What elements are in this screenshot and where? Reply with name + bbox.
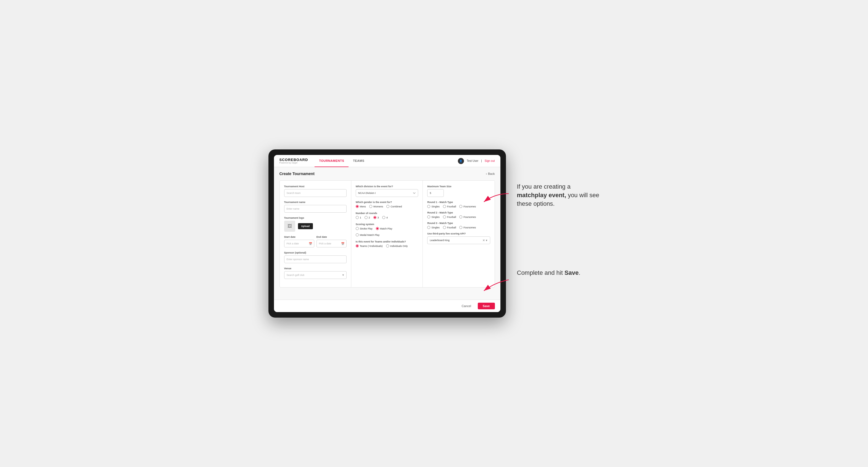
round2-match-type-label: Round 2 - Match Type xyxy=(427,211,490,214)
teams-label: Is this event for Teams and/or Individua… xyxy=(356,240,418,243)
round1-foursomes-option[interactable]: Foursomes xyxy=(459,205,476,208)
round-4-option[interactable]: 4 xyxy=(382,216,388,219)
round3-fourball-radio[interactable] xyxy=(443,226,446,229)
round1-foursomes-radio[interactable] xyxy=(459,205,462,208)
api-tag-remove-icon[interactable]: ✕ ▾ xyxy=(483,239,488,242)
round-4-radio[interactable] xyxy=(382,216,385,219)
scoring-stroke-radio[interactable] xyxy=(356,227,359,230)
gender-radio-group: Mens Womens Combined xyxy=(356,205,418,208)
sign-out-link[interactable]: Sign out xyxy=(485,159,495,162)
round2-foursomes-radio[interactable] xyxy=(459,215,462,218)
teams-individuals-radio[interactable] xyxy=(386,244,389,247)
scoring-medal-option[interactable]: Medal Match Play xyxy=(356,234,380,237)
venue-input[interactable] xyxy=(284,271,347,279)
round3-foursomes-radio[interactable] xyxy=(459,226,462,229)
gender-combined-radio[interactable] xyxy=(386,205,390,208)
round3-foursomes-label: Foursomes xyxy=(463,226,476,229)
gender-combined-option[interactable]: Combined xyxy=(386,205,402,208)
save-button[interactable]: Save xyxy=(478,303,495,309)
annotations-panel: If you are creating a matchplay event, y… xyxy=(517,149,600,277)
logo-placeholder: 🖼 xyxy=(284,221,295,232)
teams-teams-radio[interactable] xyxy=(356,244,359,247)
division-group: Which division is the event for? NCAA Di… xyxy=(356,185,418,197)
round2-singles-radio[interactable] xyxy=(427,215,430,218)
sponsor-label: Sponsor (optional) xyxy=(284,251,347,254)
round1-singles-radio[interactable] xyxy=(427,205,430,208)
round-1-label: 1 xyxy=(360,216,361,219)
user-avatar: 👤 xyxy=(458,158,464,164)
form-footer: Cancel Save xyxy=(274,300,500,312)
round1-singles-option[interactable]: Singles xyxy=(427,205,440,208)
gender-womens-option[interactable]: Womens xyxy=(369,205,383,208)
upload-button[interactable]: Upload xyxy=(298,223,313,229)
teams-radio-group: Teams (+Individuals) Individuals Only xyxy=(356,244,418,247)
tournament-logo-label: Tournament logo xyxy=(284,217,347,219)
gender-mens-radio[interactable] xyxy=(356,205,359,208)
tournament-name-label: Tournament name xyxy=(284,201,347,204)
start-date-label: Start date xyxy=(284,236,314,238)
tournament-host-label: Tournament Host xyxy=(284,185,347,188)
round3-match-type-section: Round 3 - Match Type Singles Fourball xyxy=(427,222,490,229)
tournament-name-input[interactable] xyxy=(284,205,347,213)
scoring-stroke-option[interactable]: Stroke Play xyxy=(356,227,373,230)
rounds-radio-group: 1 2 3 xyxy=(356,216,418,219)
teams-individuals-option[interactable]: Individuals Only xyxy=(386,244,408,247)
top-nav: SCOREBOARD Powered by clippit TOURNAMENT… xyxy=(274,155,500,167)
end-date-input[interactable] xyxy=(316,240,347,247)
scoring-match-radio[interactable] xyxy=(376,227,379,230)
cancel-button[interactable]: Cancel xyxy=(458,303,475,309)
round-3-option[interactable]: 3 xyxy=(373,216,379,219)
start-date-input[interactable] xyxy=(284,240,314,247)
page-header: Create Tournament ‹ Back xyxy=(279,172,495,176)
back-button[interactable]: ‹ Back xyxy=(486,172,495,175)
round2-fourball-option[interactable]: Fourball xyxy=(443,215,456,218)
scoring-match-option[interactable]: Match Play xyxy=(376,227,393,230)
round3-match-type-label: Round 3 - Match Type xyxy=(427,222,490,224)
division-select[interactable]: NCAA Division I xyxy=(356,189,418,197)
tournament-host-input[interactable] xyxy=(284,189,347,197)
end-date-label: End date xyxy=(316,236,347,238)
round1-fourball-option[interactable]: Fourball xyxy=(443,205,456,208)
gender-mens-option[interactable]: Mens xyxy=(356,205,366,208)
teams-teams-option[interactable]: Teams (+Individuals) xyxy=(356,244,383,247)
gender-womens-radio[interactable] xyxy=(369,205,372,208)
max-team-size-input[interactable] xyxy=(427,189,444,197)
gender-womens-label: Womens xyxy=(373,205,383,208)
page-title: Create Tournament xyxy=(279,172,315,176)
brand-title: SCOREBOARD xyxy=(279,158,308,162)
round2-singles-option[interactable]: Singles xyxy=(427,215,440,218)
tablet-screen: SCOREBOARD Powered by clippit TOURNAMENT… xyxy=(274,155,500,312)
round-1-radio[interactable] xyxy=(356,216,359,219)
venue-label: Venue xyxy=(284,267,347,270)
end-date-wrapper: 📅 xyxy=(316,240,347,247)
scoring-group: Scoring system Stroke Play Match Play xyxy=(356,223,418,237)
api-label: Use third-party live scoring API? xyxy=(427,232,490,235)
round2-fourball-radio[interactable] xyxy=(443,215,446,218)
scoring-medal-radio[interactable] xyxy=(356,234,359,237)
rounds-group: Number of rounds 1 2 xyxy=(356,212,418,219)
venue-dropdown-icon: ▼ xyxy=(342,274,344,276)
tournament-host-group: Tournament Host xyxy=(284,185,347,197)
round-2-option[interactable]: 2 xyxy=(365,216,370,219)
round3-fourball-option[interactable]: Fourball xyxy=(443,226,456,229)
round3-foursomes-option[interactable]: Foursomes xyxy=(459,226,476,229)
round1-foursomes-label: Foursomes xyxy=(463,205,476,208)
round3-singles-option[interactable]: Singles xyxy=(427,226,440,229)
round-1-option[interactable]: 1 xyxy=(356,216,361,219)
arrow-save xyxy=(478,277,512,293)
annotation-save: Complete and hit Save. xyxy=(517,269,600,277)
tournament-logo-group: Tournament logo 🖼 Upload xyxy=(284,217,347,232)
round-2-radio[interactable] xyxy=(365,216,368,219)
api-tag-text: Leaderboard King xyxy=(430,239,450,242)
round-3-radio[interactable] xyxy=(373,216,376,219)
round3-singles-radio[interactable] xyxy=(427,226,430,229)
round2-foursomes-option[interactable]: Foursomes xyxy=(459,215,476,218)
rounds-label: Number of rounds xyxy=(356,212,418,215)
round1-fourball-radio[interactable] xyxy=(443,205,446,208)
annotation-bottom-text-bold: Save xyxy=(564,269,579,276)
brand-logo: SCOREBOARD Powered by clippit xyxy=(279,158,308,164)
gender-mens-label: Mens xyxy=(360,205,366,208)
tab-tournaments[interactable]: TOURNAMENTS xyxy=(315,155,348,167)
sponsor-input[interactable] xyxy=(284,255,347,263)
tab-teams[interactable]: TEAMS xyxy=(348,155,369,167)
